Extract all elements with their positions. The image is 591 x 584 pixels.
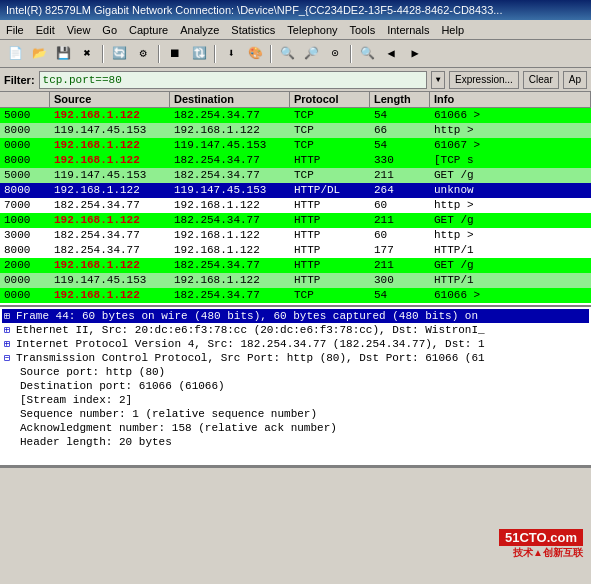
clear-btn[interactable]: Clear	[523, 71, 559, 89]
menu-tools[interactable]: Tools	[344, 22, 382, 38]
detail-frame[interactable]: ⊞ Frame 44: 60 bytes on wire (480 bits),…	[2, 309, 589, 323]
packet-src: 192.168.1.122	[50, 183, 170, 198]
packet-info: HTTP/1	[430, 243, 591, 258]
find-btn[interactable]: 🔍	[356, 43, 378, 65]
new-capture-btn[interactable]: 📄	[4, 43, 26, 65]
ip-text: Internet Protocol Version 4, Src: 182.25…	[16, 338, 485, 350]
packet-src: 119.147.45.153	[50, 123, 170, 138]
packet-len: 54	[370, 288, 430, 303]
ack-text: Acknowledgment number: 158 (relative ack…	[20, 422, 337, 434]
dst-port-text: Destination port: 61066 (61066)	[20, 380, 225, 392]
packet-no: 5000	[0, 108, 50, 123]
detail-dst-port[interactable]: Destination port: 61066 (61066)	[18, 379, 589, 393]
table-row[interactable]: 8000182.254.34.77192.168.1.122HTTP177HTT…	[0, 243, 591, 258]
reload-btn[interactable]: 🔄	[108, 43, 130, 65]
detail-ack[interactable]: Acknowledgment number: 158 (relative ack…	[18, 421, 589, 435]
zoom-out-btn[interactable]: 🔎	[300, 43, 322, 65]
table-row[interactable]: 0000119.147.45.153192.168.1.122HTTP300HT…	[0, 273, 591, 288]
detail-src-port[interactable]: Source port: http (80)	[18, 365, 589, 379]
packet-proto: HTTP	[290, 213, 370, 228]
zoom-in-btn[interactable]: 🔍	[276, 43, 298, 65]
table-row[interactable]: 7000182.254.34.77192.168.1.122HTTP60http…	[0, 198, 591, 213]
close-btn[interactable]: ✖	[76, 43, 98, 65]
packet-src: 182.254.34.77	[50, 243, 170, 258]
sep2	[158, 45, 160, 63]
title-text: Intel(R) 82579LM Gigabit Network Connect…	[6, 4, 502, 16]
menu-go[interactable]: Go	[96, 22, 123, 38]
table-row[interactable]: 8000192.168.1.122182.254.34.77HTTP330[TC…	[0, 153, 591, 168]
detail-ethernet[interactable]: ⊞ Ethernet II, Src: 20:dc:e6:f3:78:cc (2…	[2, 323, 589, 337]
packet-list: Source Destination Protocol Length Info …	[0, 92, 591, 307]
detail-tcp[interactable]: ⊟ Transmission Control Protocol, Src Por…	[2, 351, 589, 365]
table-row[interactable]: 0000192.168.1.122119.147.45.153TCP546106…	[0, 138, 591, 153]
packet-len: 60	[370, 228, 430, 243]
stop-btn[interactable]: ⏹	[164, 43, 186, 65]
menu-view[interactable]: View	[61, 22, 97, 38]
table-row[interactable]: 8000192.168.1.122119.147.45.153HTTP/DL26…	[0, 183, 591, 198]
table-row[interactable]: 5000192.168.1.122182.254.34.77TCP5461066…	[0, 108, 591, 123]
next-btn[interactable]: ▶	[404, 43, 426, 65]
watermark: 51CTO.com 技术▲创新互联	[499, 529, 583, 560]
menu-file[interactable]: File	[0, 22, 30, 38]
packet-info: http >	[430, 228, 591, 243]
apply-btn[interactable]: Ap	[563, 71, 587, 89]
menu-internals[interactable]: Internals	[381, 22, 435, 38]
table-row[interactable]: 0000192.168.1.122182.254.34.77TCP5461066…	[0, 288, 591, 303]
src-port-text: Source port: http (80)	[20, 366, 165, 378]
packet-no: 5000	[0, 168, 50, 183]
expand-frame-icon[interactable]: ⊞	[4, 310, 14, 322]
zoom-normal-btn[interactable]: ⊙	[324, 43, 346, 65]
packet-info: GET /g	[430, 213, 591, 228]
frame-text: Frame 44: 60 bytes on wire (480 bits), 6…	[16, 310, 478, 322]
colorize-btn[interactable]: 🎨	[244, 43, 266, 65]
packet-dst: 182.254.34.77	[170, 258, 290, 273]
menu-statistics[interactable]: Statistics	[225, 22, 281, 38]
menu-edit[interactable]: Edit	[30, 22, 61, 38]
expression-btn[interactable]: Expression...	[449, 71, 519, 89]
menu-capture[interactable]: Capture	[123, 22, 174, 38]
filter-label: Filter:	[4, 74, 35, 86]
packet-proto: HTTP	[290, 243, 370, 258]
filter-input[interactable]	[39, 71, 427, 89]
capture-options-btn[interactable]: ⚙	[132, 43, 154, 65]
packet-proto: TCP	[290, 168, 370, 183]
detail-ip[interactable]: ⊞ Internet Protocol Version 4, Src: 182.…	[2, 337, 589, 351]
scroll-autoscroll-btn[interactable]: ⬇	[220, 43, 242, 65]
menu-telephony[interactable]: Telephony	[281, 22, 343, 38]
menu-help[interactable]: Help	[435, 22, 470, 38]
prev-btn[interactable]: ◀	[380, 43, 402, 65]
title-bar: Intel(R) 82579LM Gigabit Network Connect…	[0, 0, 591, 20]
packet-src: 192.168.1.122	[50, 288, 170, 303]
table-row[interactable]: 1000192.168.1.122182.254.34.77HTTP211GET…	[0, 213, 591, 228]
table-row[interactable]: 5000119.147.45.153182.254.34.77TCP211GET…	[0, 168, 591, 183]
col-no	[0, 92, 50, 107]
stream-text: [Stream index: 2]	[20, 394, 132, 406]
packet-len: 66	[370, 123, 430, 138]
detail-header[interactable]: Header length: 20 bytes	[18, 435, 589, 449]
filter-dropdown-btn[interactable]: ▼	[431, 71, 445, 89]
save-btn[interactable]: 💾	[52, 43, 74, 65]
packet-len: 330	[370, 153, 430, 168]
table-row[interactable]: 3000182.254.34.77192.168.1.122HTTP60http…	[0, 228, 591, 243]
col-length: Length	[370, 92, 430, 107]
packet-info: GET /g	[430, 168, 591, 183]
packet-proto: HTTP/DL	[290, 183, 370, 198]
packet-no: 0000	[0, 288, 50, 303]
watermark-line1: 51CTO.com	[499, 529, 583, 546]
detail-stream[interactable]: [Stream index: 2]	[18, 393, 589, 407]
table-row[interactable]: 8000119.147.45.153192.168.1.122TCP66http…	[0, 123, 591, 138]
expand-ethernet-icon[interactable]: ⊞	[4, 324, 14, 336]
packet-len: 211	[370, 168, 430, 183]
expand-tcp-icon[interactable]: ⊟	[4, 352, 14, 364]
packet-no: 8000	[0, 243, 50, 258]
menu-analyze[interactable]: Analyze	[174, 22, 225, 38]
detail-seq[interactable]: Sequence number: 1 (relative sequence nu…	[18, 407, 589, 421]
open-btn[interactable]: 📂	[28, 43, 50, 65]
table-row[interactable]: 2000192.168.1.122182.254.34.77HTTP211GET…	[0, 258, 591, 273]
packet-src: 192.168.1.122	[50, 108, 170, 123]
packet-len: 300	[370, 273, 430, 288]
restart-btn[interactable]: 🔃	[188, 43, 210, 65]
expand-ip-icon[interactable]: ⊞	[4, 338, 14, 350]
seq-text: Sequence number: 1 (relative sequence nu…	[20, 408, 317, 420]
packet-proto: TCP	[290, 288, 370, 303]
